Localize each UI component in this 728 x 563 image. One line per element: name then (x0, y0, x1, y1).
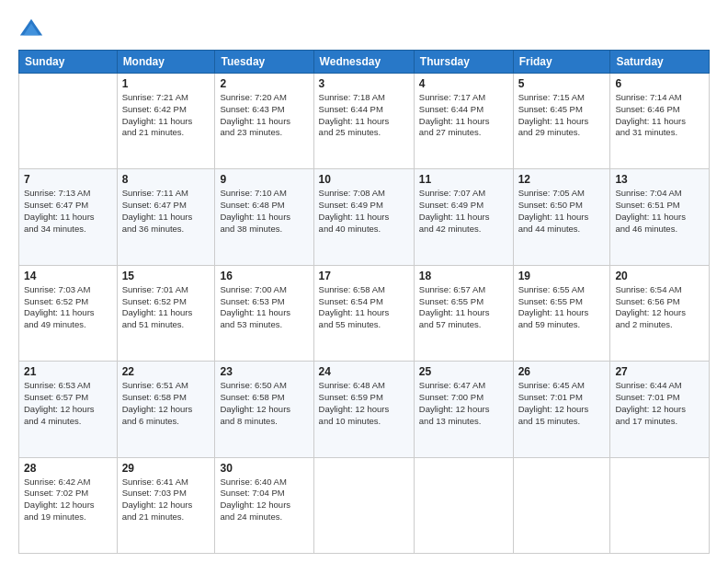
calendar-cell: 8Sunrise: 7:11 AM Sunset: 6:47 PM Daylig… (117, 169, 215, 265)
day-content: Sunrise: 7:03 AM Sunset: 6:52 PM Dayligh… (24, 284, 112, 331)
day-number: 4 (419, 77, 508, 90)
day-content: Sunrise: 7:21 AM Sunset: 6:42 PM Dayligh… (122, 92, 210, 139)
calendar-cell: 30Sunrise: 6:40 AM Sunset: 7:04 PM Dayli… (215, 457, 313, 553)
day-number: 18 (419, 270, 508, 282)
day-number: 8 (122, 173, 210, 186)
calendar-header-saturday: Saturday (610, 51, 710, 74)
day-number: 22 (122, 365, 210, 378)
calendar-header-friday: Friday (513, 51, 610, 74)
calendar-cell: 11Sunrise: 7:07 AM Sunset: 6:49 PM Dayli… (414, 169, 513, 265)
calendar-cell (313, 457, 414, 553)
calendar-cell: 23Sunrise: 6:50 AM Sunset: 6:58 PM Dayli… (215, 362, 313, 457)
day-number: 16 (220, 270, 308, 282)
day-number: 9 (220, 173, 308, 186)
day-content: Sunrise: 6:57 AM Sunset: 6:55 PM Dayligh… (419, 284, 508, 331)
calendar-cell: 20Sunrise: 6:54 AM Sunset: 6:56 PM Dayli… (610, 265, 710, 361)
calendar-cell (513, 457, 610, 553)
day-content: Sunrise: 7:10 AM Sunset: 6:48 PM Dayligh… (220, 188, 308, 235)
day-content: Sunrise: 6:44 AM Sunset: 7:01 PM Dayligh… (615, 380, 704, 427)
day-number: 28 (24, 462, 112, 475)
calendar-cell: 14Sunrise: 7:03 AM Sunset: 6:52 PM Dayli… (19, 265, 118, 361)
day-content: Sunrise: 6:58 AM Sunset: 6:54 PM Dayligh… (319, 284, 409, 331)
calendar-cell: 5Sunrise: 7:15 AM Sunset: 6:45 PM Daylig… (513, 74, 610, 169)
day-content: Sunrise: 7:18 AM Sunset: 6:44 PM Dayligh… (319, 92, 409, 139)
day-number: 20 (615, 270, 704, 282)
calendar-cell: 15Sunrise: 7:01 AM Sunset: 6:52 PM Dayli… (117, 265, 215, 361)
day-content: Sunrise: 7:08 AM Sunset: 6:49 PM Dayligh… (319, 188, 409, 235)
calendar-cell: 26Sunrise: 6:45 AM Sunset: 7:01 PM Dayli… (513, 362, 610, 457)
day-number: 11 (419, 173, 508, 186)
calendar-header-wednesday: Wednesday (313, 51, 414, 74)
day-content: Sunrise: 7:00 AM Sunset: 6:53 PM Dayligh… (220, 284, 308, 331)
day-content: Sunrise: 6:53 AM Sunset: 6:57 PM Dayligh… (24, 380, 112, 427)
day-content: Sunrise: 7:15 AM Sunset: 6:45 PM Dayligh… (518, 92, 606, 139)
logo-icon (18, 17, 44, 42)
calendar-cell: 12Sunrise: 7:05 AM Sunset: 6:50 PM Dayli… (513, 169, 610, 265)
calendar-cell (414, 457, 513, 553)
day-number: 17 (319, 270, 409, 282)
day-content: Sunrise: 7:11 AM Sunset: 6:47 PM Dayligh… (122, 188, 210, 235)
day-number: 2 (220, 77, 308, 90)
day-content: Sunrise: 7:05 AM Sunset: 6:50 PM Dayligh… (518, 188, 606, 235)
day-number: 19 (518, 270, 606, 282)
day-content: Sunrise: 6:48 AM Sunset: 6:59 PM Dayligh… (319, 380, 409, 427)
calendar-cell: 25Sunrise: 6:47 AM Sunset: 7:00 PM Dayli… (414, 362, 513, 457)
calendar-cell: 29Sunrise: 6:41 AM Sunset: 7:03 PM Dayli… (117, 457, 215, 553)
day-content: Sunrise: 7:20 AM Sunset: 6:43 PM Dayligh… (220, 92, 308, 139)
calendar-week-3: 14Sunrise: 7:03 AM Sunset: 6:52 PM Dayli… (19, 265, 710, 361)
calendar-cell: 19Sunrise: 6:55 AM Sunset: 6:55 PM Dayli… (513, 265, 610, 361)
day-number: 10 (319, 173, 409, 186)
day-number: 14 (24, 270, 112, 282)
day-number: 3 (319, 77, 409, 90)
day-number: 13 (615, 173, 704, 186)
calendar-cell (610, 457, 710, 553)
day-content: Sunrise: 6:50 AM Sunset: 6:58 PM Dayligh… (220, 380, 308, 427)
calendar-cell (19, 74, 118, 169)
day-number: 12 (518, 173, 606, 186)
day-number: 23 (220, 365, 308, 378)
calendar-cell: 6Sunrise: 7:14 AM Sunset: 6:46 PM Daylig… (610, 74, 710, 169)
calendar-header-monday: Monday (117, 51, 215, 74)
day-number: 21 (24, 365, 112, 378)
day-number: 26 (518, 365, 606, 378)
calendar-cell: 9Sunrise: 7:10 AM Sunset: 6:48 PM Daylig… (215, 169, 313, 265)
page: SundayMondayTuesdayWednesdayThursdayFrid… (0, 0, 728, 563)
calendar-week-4: 21Sunrise: 6:53 AM Sunset: 6:57 PM Dayli… (19, 362, 710, 457)
calendar-table: SundayMondayTuesdayWednesdayThursdayFrid… (18, 50, 710, 554)
calendar-cell: 27Sunrise: 6:44 AM Sunset: 7:01 PM Dayli… (610, 362, 710, 457)
calendar-cell: 1Sunrise: 7:21 AM Sunset: 6:42 PM Daylig… (117, 74, 215, 169)
calendar-cell: 13Sunrise: 7:04 AM Sunset: 6:51 PM Dayli… (610, 169, 710, 265)
day-number: 27 (615, 365, 704, 378)
calendar-cell: 10Sunrise: 7:08 AM Sunset: 6:49 PM Dayli… (313, 169, 414, 265)
day-content: Sunrise: 7:01 AM Sunset: 6:52 PM Dayligh… (122, 284, 210, 331)
day-number: 7 (24, 173, 112, 186)
header (18, 17, 710, 42)
calendar-cell: 2Sunrise: 7:20 AM Sunset: 6:43 PM Daylig… (215, 74, 313, 169)
day-content: Sunrise: 6:51 AM Sunset: 6:58 PM Dayligh… (122, 380, 210, 427)
day-number: 30 (220, 462, 308, 475)
day-content: Sunrise: 6:55 AM Sunset: 6:55 PM Dayligh… (518, 284, 606, 331)
calendar-cell: 4Sunrise: 7:17 AM Sunset: 6:44 PM Daylig… (414, 74, 513, 169)
day-content: Sunrise: 7:17 AM Sunset: 6:44 PM Dayligh… (419, 92, 508, 139)
calendar-cell: 16Sunrise: 7:00 AM Sunset: 6:53 PM Dayli… (215, 265, 313, 361)
calendar-cell: 18Sunrise: 6:57 AM Sunset: 6:55 PM Dayli… (414, 265, 513, 361)
calendar-header-tuesday: Tuesday (215, 51, 313, 74)
calendar-week-1: 1Sunrise: 7:21 AM Sunset: 6:42 PM Daylig… (19, 74, 710, 169)
day-content: Sunrise: 6:40 AM Sunset: 7:04 PM Dayligh… (220, 477, 308, 523)
day-content: Sunrise: 6:41 AM Sunset: 7:03 PM Dayligh… (122, 477, 210, 523)
day-content: Sunrise: 6:54 AM Sunset: 6:56 PM Dayligh… (615, 284, 704, 331)
day-content: Sunrise: 7:13 AM Sunset: 6:47 PM Dayligh… (24, 188, 112, 235)
calendar-week-2: 7Sunrise: 7:13 AM Sunset: 6:47 PM Daylig… (19, 169, 710, 265)
day-number: 6 (615, 77, 704, 90)
day-content: Sunrise: 7:04 AM Sunset: 6:51 PM Dayligh… (615, 188, 704, 235)
calendar-cell: 24Sunrise: 6:48 AM Sunset: 6:59 PM Dayli… (313, 362, 414, 457)
day-content: Sunrise: 6:47 AM Sunset: 7:00 PM Dayligh… (419, 380, 508, 427)
day-number: 29 (122, 462, 210, 475)
calendar-cell: 17Sunrise: 6:58 AM Sunset: 6:54 PM Dayli… (313, 265, 414, 361)
day-number: 25 (419, 365, 508, 378)
calendar-cell: 3Sunrise: 7:18 AM Sunset: 6:44 PM Daylig… (313, 74, 414, 169)
day-number: 15 (122, 270, 210, 282)
day-number: 24 (319, 365, 409, 378)
calendar-cell: 28Sunrise: 6:42 AM Sunset: 7:02 PM Dayli… (19, 457, 118, 553)
calendar-header-sunday: Sunday (19, 51, 118, 74)
